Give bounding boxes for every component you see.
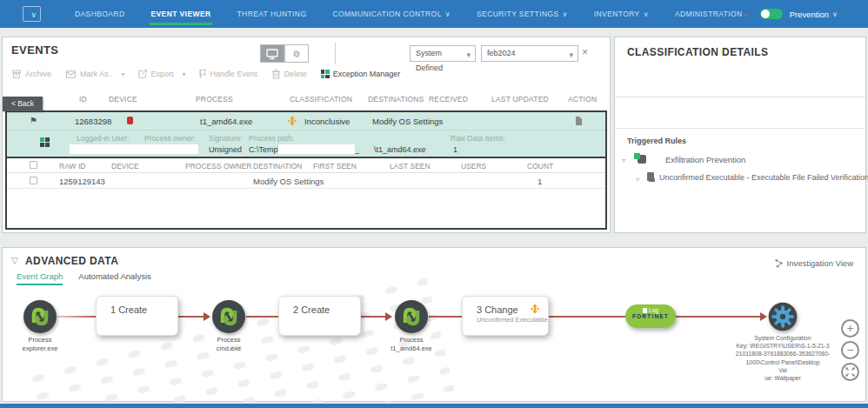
select-caret-icon[interactable]: ▾ <box>183 70 186 78</box>
mode-label[interactable]: Prevention <box>790 10 829 19</box>
clear-filter-icon[interactable]: × <box>582 46 588 58</box>
chevron-down-icon[interactable]: ∨ <box>832 10 838 18</box>
col-destination[interactable]: DESTINATION <box>253 162 303 171</box>
rule-child-label[interactable]: Unconfirmed Executable - Executable File… <box>659 173 868 182</box>
nav-item-dashboard[interactable]: DASHBOARD <box>62 0 137 28</box>
tab-automated-analysis[interactable]: Automated Analysis <box>78 271 150 285</box>
export-button[interactable]: Export <box>137 69 174 79</box>
action-box-2-create[interactable]: 2 Create <box>278 296 361 336</box>
col-raw-device[interactable]: DEVICE <box>111 162 139 171</box>
notification-dot <box>744 14 747 17</box>
arrowhead-icon <box>760 312 767 321</box>
nav-item-threat-hunting[interactable]: THREAT HUNTING <box>224 0 320 28</box>
redacted-path <box>278 144 355 154</box>
col-raw-id[interactable]: RAW ID <box>59 162 85 171</box>
toggle-knob <box>761 10 770 18</box>
event-row[interactable]: ⚑ 12683298 t1_amd64.exe Inconclusive Mod… <box>7 112 605 130</box>
tab-event-graph[interactable]: Event Graph <box>17 271 63 285</box>
classification-title: CLASSIFICATION DETAILS <box>627 46 768 58</box>
col-first-seen[interactable]: FIRST SEEN <box>313 162 357 171</box>
prevention-mode-toggle[interactable] <box>760 9 783 19</box>
nav-item-administration[interactable]: ADMINISTRATION <box>662 0 760 28</box>
advanced-data-panel: ▽ ADVANCED DATA Event Graph Automated An… <box>2 247 866 402</box>
handle-event-button[interactable]: Handle Event <box>198 69 257 79</box>
classification-details-panel: CLASSIFICATION DETAILS Triggered Rules ▿… <box>614 37 866 233</box>
col-classification[interactable]: CLASSIFICATION <box>290 95 352 104</box>
process-path-redacted: _ <box>355 145 359 154</box>
process-view-button[interactable] <box>284 44 309 63</box>
tree-closed-icon[interactable]: ▹ <box>637 175 640 183</box>
fortinet-log-node[interactable]: Log FORTINET <box>625 304 676 328</box>
organization-dropdown[interactable]: ∨ <box>23 6 41 22</box>
process-node-t1-amd64[interactable] <box>394 299 429 334</box>
delete-button[interactable]: Delete <box>271 69 307 79</box>
events-panel: EVENTS System Defined ▾ feb2024 ▾ × Arch… <box>2 37 611 233</box>
col-destinations[interactable]: DESTINATIONS <box>368 95 424 104</box>
zoom-in-button[interactable]: + <box>841 319 859 338</box>
event-classification: Inconclusive <box>304 117 350 126</box>
raw-data-items-value: 1 <box>453 145 457 154</box>
raw-id: 1259129143 <box>59 177 105 186</box>
col-process-owner[interactable]: PROCESS OWNER <box>185 162 252 171</box>
event-detail-row: Logged-in User: Process owner: Signature… <box>7 130 605 158</box>
raw-data-row[interactable]: 1259129143 Modify OS Settings 1 <box>7 173 605 189</box>
signature-label: Signature: <box>209 134 243 143</box>
log-doc-icon <box>643 308 647 313</box>
nav-item-event-viewer[interactable]: EVENT VIEWER <box>137 0 224 28</box>
action-box-3-change[interactable]: 3 Change Unconfirmed Executable <box>462 296 549 336</box>
exception-manager-button[interactable]: Exception Manager <box>321 70 401 78</box>
col-device[interactable]: DEVICE <box>109 95 137 104</box>
rule-group-label[interactable]: Exfiltration Prevention <box>665 155 745 164</box>
process-node-explorer[interactable] <box>23 299 57 334</box>
col-action[interactable]: ACTION <box>568 95 597 104</box>
process-path-label: Process path: <box>249 134 294 143</box>
col-last-updated[interactable]: LAST UPDATED <box>491 95 549 104</box>
section-caret-icon[interactable]: ▽ <box>11 256 18 265</box>
nav-item-inventory[interactable]: INVENTORY∨ <box>581 0 662 28</box>
col-count[interactable]: COUNT <box>527 162 553 171</box>
nav-item-security-settings[interactable]: SECURITY SETTINGS∨ <box>464 0 581 28</box>
advanced-data-title: ADVANCED DATA <box>25 255 118 267</box>
zoom-out-button[interactable]: − <box>841 341 859 359</box>
process-path-start: C:\Temp\ <box>249 145 280 154</box>
top-nav: ∨ DASHBOARD EVENT VIEWER THREAT HUNTING … <box>0 0 868 28</box>
col-users[interactable]: USERS <box>461 162 486 171</box>
back-button[interactable]: < Back <box>3 97 43 111</box>
col-id[interactable]: ID <box>79 95 87 104</box>
device-view-button[interactable] <box>260 44 284 63</box>
process-icon <box>23 299 57 334</box>
filter-category-select[interactable]: System Defined ▾ <box>410 45 476 62</box>
investigation-view-link[interactable]: Investigation View <box>774 258 853 268</box>
row-checkbox[interactable] <box>30 177 37 184</box>
action-box-1-create[interactable]: 1 Create <box>96 296 178 336</box>
archive-button[interactable]: Archive <box>11 69 51 79</box>
trash-icon <box>271 69 281 79</box>
flag-icon[interactable]: ⚑ <box>30 116 37 125</box>
process-owner-label: Process owner: <box>144 134 196 143</box>
system-configuration-node[interactable] <box>768 302 798 331</box>
nav-item-communication-control[interactable]: COMMUNICATION CONTROL∨ <box>319 0 464 28</box>
mark-as-button[interactable]: Mark As.. <box>65 70 113 79</box>
event-detail-icon <box>40 137 50 147</box>
archive-icon <box>11 69 22 79</box>
view-toggle-group <box>260 44 309 63</box>
mode-controls: Prevention ∨ ∨ <box>760 9 868 19</box>
envelope-icon <box>65 70 77 79</box>
event-destinations: Modify OS Settings <box>372 117 443 126</box>
select-caret-icon[interactable]: ▾ <box>122 70 125 78</box>
events-title: EVENTS <box>11 43 58 57</box>
col-process[interactable]: PROCESS <box>196 95 233 104</box>
inconclusive-icon <box>288 116 297 126</box>
process-icon <box>290 48 303 60</box>
process-node-cmd[interactable] <box>211 299 246 334</box>
raw-count: 1 <box>537 177 542 186</box>
select-all-checkbox[interactable] <box>30 161 37 169</box>
events-toolbar: Archive Mark As.. ▾ Export ▾ Handle Even… <box>11 69 414 79</box>
fit-to-screen-button[interactable] <box>841 363 859 381</box>
select-caret-icon: ▾ <box>466 48 471 63</box>
arrowhead-icon <box>385 312 392 321</box>
filter-search-combobox[interactable]: feb2024 ▾ <box>481 45 578 62</box>
col-received[interactable]: RECEIVED <box>429 95 468 104</box>
tree-open-icon[interactable]: ▿ <box>622 157 625 164</box>
col-last-seen[interactable]: LAST SEEN <box>390 162 431 171</box>
